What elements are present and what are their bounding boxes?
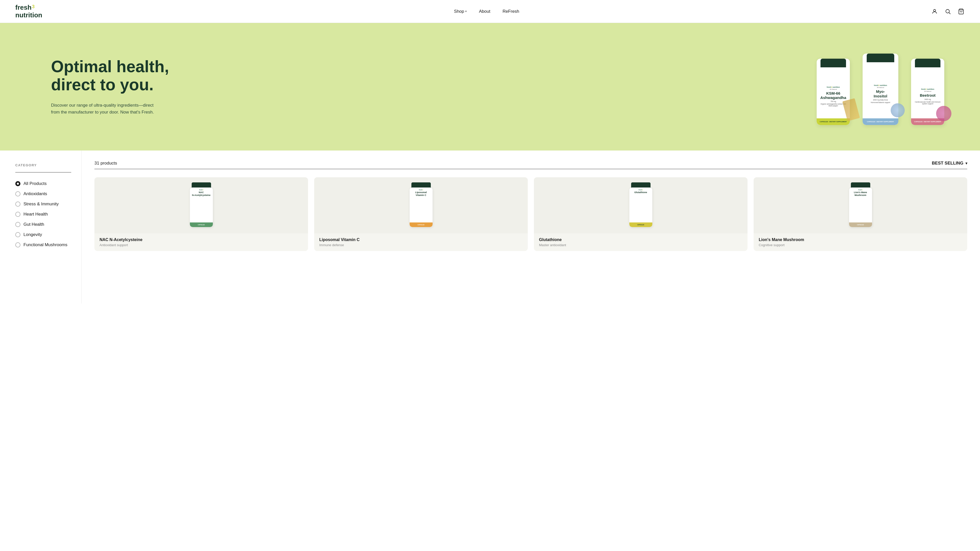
category-sidebar-title: CATEGORY bbox=[15, 163, 71, 167]
products-grid: fresh3 NACN-Acetylcysteine CAPSULES NAC … bbox=[94, 177, 967, 251]
svg-point-0 bbox=[934, 10, 935, 11]
products-header: 31 products BEST SELLING ▾ bbox=[94, 161, 967, 166]
hero-bottle-3: fresh3 nutrition All-Natural Beetroot 34… bbox=[906, 51, 950, 127]
bottle-footer: CAPSULES bbox=[849, 222, 872, 227]
category-item[interactable]: Functional Mushrooms bbox=[15, 240, 71, 250]
bottle-footer: CAPSULES · DIETARY SUPPLEMENT bbox=[817, 118, 850, 125]
product-card-image: fresh3 LiposomalVitamin C CAPSULES bbox=[314, 177, 528, 233]
logo[interactable]: fresh3 nutrition bbox=[15, 4, 42, 19]
account-icon[interactable] bbox=[931, 8, 938, 15]
product-name: Glutathione bbox=[539, 238, 742, 242]
product-name: Lion's Mane Mushroom bbox=[759, 238, 962, 242]
category-radio bbox=[15, 212, 21, 217]
category-radio bbox=[15, 242, 21, 248]
product-desc: Antioxidant support bbox=[100, 243, 303, 247]
bottle-cap bbox=[821, 59, 846, 67]
category-label: Antioxidants bbox=[24, 191, 47, 197]
product-bottle: fresh3 Glutathione CAPSULES bbox=[628, 183, 654, 228]
hero-subtitle: Discover our range of ultra-quality ingr… bbox=[51, 102, 163, 116]
category-radio bbox=[15, 232, 21, 237]
product-card-image: fresh3 Lion's ManeMushroom CAPSULES bbox=[754, 177, 967, 233]
product-bottle: fresh3 NACN-Acetylcysteine CAPSULES bbox=[189, 183, 214, 228]
sort-dropdown[interactable]: BEST SELLING ▾ bbox=[932, 161, 967, 166]
product-card[interactable]: fresh3 NACN-Acetylcysteine CAPSULES NAC … bbox=[94, 177, 308, 251]
search-icon[interactable] bbox=[944, 8, 951, 15]
hero-content: Optimal health, direct to you. Discover … bbox=[51, 58, 184, 116]
category-item[interactable]: Stress & Immunity bbox=[15, 199, 71, 209]
bottle-label: fresh3 nutrition All-Natural Myo-Inosito… bbox=[862, 83, 898, 105]
category-label: All Products bbox=[24, 181, 47, 186]
nav-shop[interactable]: Shop ▾ bbox=[454, 9, 467, 14]
hero-bottle-1: fresh3 nutrition All-Natural KSM-66Ashwa… bbox=[811, 51, 855, 127]
product-card-image: fresh3 Glutathione CAPSULES bbox=[534, 177, 748, 233]
category-item[interactable]: Gut Health bbox=[15, 219, 71, 230]
bottle-cap bbox=[867, 54, 894, 62]
hero-section: Optimal health, direct to you. Discover … bbox=[0, 23, 980, 151]
nav-refresh[interactable]: ReFresh bbox=[503, 9, 519, 14]
cart-icon[interactable] bbox=[958, 8, 965, 15]
product-desc: Immune defense bbox=[319, 243, 523, 247]
header-icons bbox=[931, 8, 965, 15]
logo-text-line1: fresh bbox=[15, 4, 32, 11]
category-label: Heart Health bbox=[24, 212, 48, 217]
hero-title: Optimal health, direct to you. bbox=[51, 58, 184, 94]
bottle-footer: CAPSULES bbox=[410, 222, 433, 227]
svg-line-2 bbox=[949, 13, 951, 14]
product-bottle: fresh3 Lion's ManeMushroom CAPSULES bbox=[848, 183, 873, 228]
chevron-down-icon: ▾ bbox=[465, 10, 467, 13]
category-list: All ProductsAntioxidantsStress & Immunit… bbox=[15, 179, 71, 250]
bottle-footer: CAPSULES bbox=[629, 222, 652, 227]
product-card[interactable]: fresh3 Lion's ManeMushroom CAPSULES Lion… bbox=[754, 177, 967, 251]
shop-section: CATEGORY All ProductsAntioxidantsStress … bbox=[0, 151, 980, 303]
main-nav: Shop ▾ About ReFresh bbox=[454, 9, 519, 14]
products-main: 31 products BEST SELLING ▾ fresh3 NACN-A… bbox=[82, 151, 980, 303]
products-count: 31 products bbox=[94, 161, 117, 166]
bottle-body: fresh3 Lion's ManeMushroom CAPSULES bbox=[849, 187, 872, 227]
product-bottle: fresh3 LiposomalVitamin C CAPSULES bbox=[408, 183, 434, 228]
hero-bottle-2: fresh3 nutrition All-Natural Myo-Inosito… bbox=[858, 46, 904, 127]
product-name: Liposomal Vitamin C bbox=[319, 238, 523, 242]
bottle-footer: CAPSULES · DIETARY SUPPLEMENT bbox=[862, 118, 898, 125]
category-item[interactable]: Heart Health bbox=[15, 209, 71, 219]
category-radio bbox=[15, 202, 21, 206]
category-label: Gut Health bbox=[24, 222, 44, 227]
product-desc: Master antioxidant bbox=[539, 243, 742, 247]
logo-text-line2: nutrition bbox=[15, 11, 42, 19]
nav-about[interactable]: About bbox=[479, 9, 490, 14]
bottle-label: fresh3 nutrition All-Natural Beetroot 34… bbox=[911, 86, 944, 106]
category-item[interactable]: All Products bbox=[15, 179, 71, 189]
logo-accent: 3 bbox=[32, 4, 35, 10]
bottle-footer: CAPSULES bbox=[190, 222, 213, 227]
products-divider bbox=[94, 169, 967, 169]
category-radio bbox=[15, 222, 21, 227]
product-card-image: fresh3 NACN-Acetylcysteine CAPSULES bbox=[94, 177, 308, 233]
hero-products: fresh3 nutrition All-Natural KSM-66Ashwa… bbox=[811, 46, 950, 127]
category-radio bbox=[15, 181, 21, 186]
bottle-body: fresh3 LiposomalVitamin C CAPSULES bbox=[410, 187, 433, 227]
product-card[interactable]: fresh3 Glutathione CAPSULES Glutathione … bbox=[534, 177, 748, 251]
category-label: Functional Mushrooms bbox=[24, 242, 67, 248]
category-label: Longevity bbox=[24, 232, 42, 237]
category-item[interactable]: Antioxidants bbox=[15, 189, 71, 199]
category-radio bbox=[15, 191, 21, 197]
bottle-body: fresh3 NACN-Acetylcysteine CAPSULES bbox=[190, 187, 213, 227]
svg-point-1 bbox=[946, 10, 950, 13]
product-card[interactable]: fresh3 LiposomalVitamin C CAPSULES Lipos… bbox=[314, 177, 528, 251]
bottle-cap bbox=[915, 59, 940, 67]
product-name: NAC N-Acetylcysteine bbox=[100, 238, 303, 242]
site-header: fresh3 nutrition Shop ▾ About ReFresh bbox=[0, 0, 980, 23]
bottle-body: fresh3 Glutathione CAPSULES bbox=[629, 187, 652, 227]
category-sidebar: CATEGORY All ProductsAntioxidantsStress … bbox=[0, 151, 82, 303]
category-label: Stress & Immunity bbox=[24, 202, 59, 206]
product-desc: Cognitive support bbox=[759, 243, 962, 247]
category-item[interactable]: Longevity bbox=[15, 230, 71, 240]
chevron-down-icon: ▾ bbox=[966, 161, 967, 165]
